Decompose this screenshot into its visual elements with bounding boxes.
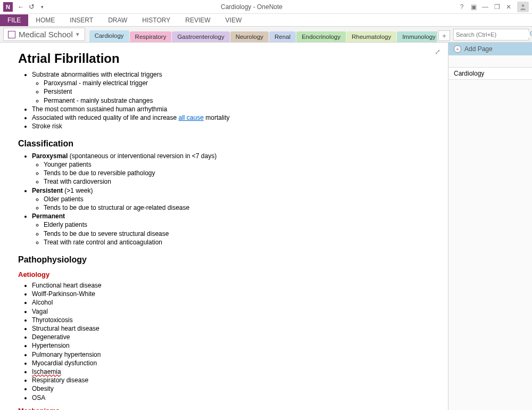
heading-classification: Classification [18, 138, 433, 150]
note-text: Stroke risk [32, 122, 433, 130]
note-text: Functional heart disease [32, 281, 433, 290]
note-text: Wolff-Parkinson-White [32, 290, 433, 298]
add-section-button[interactable]: + [438, 30, 450, 41]
section-tab-renal[interactable]: Renal [269, 31, 296, 42]
user-avatar[interactable] [517, 2, 529, 12]
note-text: Vagal [32, 307, 433, 316]
ribbon-tab-insert[interactable]: INSERT [62, 14, 101, 26]
note-text: Tends to be due to reversible pathology [44, 169, 433, 177]
note-text: Paroxysmal (spontaneous or interventiona… [32, 152, 433, 186]
note-text: Substrate abnormalities with electrical … [32, 71, 162, 78]
back-button[interactable]: ← [16, 2, 26, 12]
note-text: Persistent (>1 week) Older patients Tend… [32, 186, 433, 212]
notebook-name: Medical School [19, 30, 73, 39]
ribbon: FILE HOME INSERT DRAW HISTORY REVIEW VIE… [0, 14, 532, 27]
note-text: OSA [32, 393, 433, 402]
section-tab-cardiology[interactable]: Cardiology [89, 30, 129, 42]
note-text: Younger patients [44, 160, 433, 169]
app-icon: N [3, 2, 13, 12]
notebook-selector[interactable]: Medical School ▼ [3, 28, 85, 41]
search-icon[interactable]: 🔍 [529, 31, 532, 38]
note-body[interactable]: Substrate abnormalities with electrical … [18, 70, 433, 410]
note-text: Tends to be due to severe structural dis… [44, 229, 433, 238]
note-text: Degenerative [32, 333, 433, 341]
heading-aetiology: Aetiology [18, 270, 433, 280]
ribbon-tab-home[interactable]: HOME [28, 14, 62, 26]
note-text: Structural heart disease [32, 324, 433, 333]
note-text: Permanent Elderly patients Tends to be d… [32, 212, 433, 247]
section-tab-immunology[interactable]: Immunology [397, 31, 437, 42]
note-text: Thyrotoxicosis [32, 316, 433, 324]
search-box[interactable]: 🔍 ▼ [453, 29, 529, 40]
ribbon-tab-file[interactable]: FILE [0, 14, 28, 26]
title-bar: N ← ↺ ▾ Cardiology - OneNote ? ▣ — ❐ ✕ [0, 0, 532, 14]
pages-sidebar: + Add Page Cardiology [448, 43, 532, 410]
note-text: Elderly patients [44, 220, 433, 229]
help-button[interactable]: ? [456, 2, 467, 12]
ribbon-tab-history[interactable]: HISTORY [135, 14, 178, 26]
section-tab-gastroenterology[interactable]: Gastroenterology [172, 31, 229, 42]
section-tab-neurology[interactable]: Neurology [230, 31, 269, 42]
heading-mechanisms: Mechanisms [18, 406, 433, 410]
page-list-item[interactable]: Cardiology [448, 67, 532, 80]
ribbon-tab-review[interactable]: REVIEW [178, 14, 218, 26]
add-page-button[interactable]: + Add Page [448, 43, 532, 55]
search-input[interactable] [456, 31, 529, 38]
minimize-button[interactable]: — [480, 2, 491, 12]
svg-point-0 [522, 4, 525, 7]
section-tab-rheumatology[interactable]: Rheumatology [346, 31, 396, 42]
section-tab-respiratory[interactable]: Respiratory [130, 31, 172, 42]
note-text: Pulmonary hypertension [32, 350, 433, 359]
section-tabs: Cardiology Respiratory Gastroenterology … [89, 30, 437, 42]
note-text: Respiratory disease [32, 376, 433, 384]
notebook-icon [8, 31, 15, 38]
section-tab-endocrinology[interactable]: Endocrinology [296, 31, 346, 42]
note-text: Persistent [44, 87, 433, 96]
note-text: Permanent - mainly substrate changes [44, 96, 433, 105]
note-text: Older patients [44, 195, 433, 203]
note-text: Paroxysmal - mainly electrical trigger [44, 79, 433, 87]
note-text: Treat with rate control and anticoagulat… [44, 238, 433, 247]
add-page-label: Add Page [464, 45, 493, 53]
window-title: Cardiology - OneNote [48, 3, 455, 11]
note-text: Obesity [32, 384, 433, 393]
restore-button[interactable]: ❐ [492, 2, 502, 12]
close-button[interactable]: ✕ [503, 2, 514, 12]
page-area[interactable]: ⤢ Atrial Fibrillation Substrate abnormal… [0, 43, 448, 410]
undo-button[interactable]: ↺ [27, 2, 36, 12]
note-text: Hypertension [32, 341, 433, 350]
plus-icon: + [454, 45, 461, 53]
note-text: Treat with cardioversion [44, 177, 433, 186]
note-text: Alcohol [32, 298, 433, 307]
page-title[interactable]: Atrial Fibrillation [18, 51, 433, 66]
note-text: Ischaemia [32, 367, 433, 376]
expand-icon[interactable]: ⤢ [435, 48, 440, 56]
fullscreen-button[interactable]: ▣ [468, 2, 479, 12]
qat-dropdown[interactable]: ▾ [37, 2, 47, 12]
workspace: ⤢ Atrial Fibrillation Substrate abnormal… [0, 43, 532, 410]
chevron-down-icon: ▼ [75, 31, 80, 37]
notebook-bar: Medical School ▼ Cardiology Respiratory … [0, 27, 532, 43]
ribbon-tab-view[interactable]: VIEW [218, 14, 250, 26]
note-text: Tends to be due to structural or age-rel… [44, 203, 433, 212]
note-text: Myocardial dysfunction [32, 359, 433, 367]
note-text: Associated with reduced quality of life … [32, 113, 433, 122]
note-text: The most common sustained human arrhythm… [32, 105, 433, 113]
heading-pathophysiology: Pathophysiology [18, 254, 433, 266]
ribbon-tab-draw[interactable]: DRAW [101, 14, 135, 26]
